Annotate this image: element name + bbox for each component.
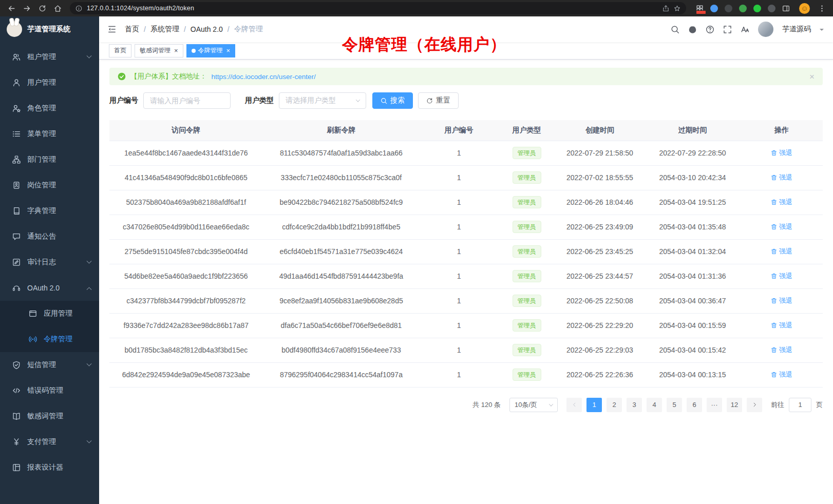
- extension-dark-icon[interactable]: [724, 4, 733, 13]
- sidebar-panel-icon[interactable]: [782, 4, 790, 13]
- more-pages-button[interactable]: ···: [707, 398, 722, 412]
- reset-button[interactable]: 重置: [418, 92, 459, 109]
- table-row: c342377bf8b344799dcbf7bf095287f29ce8ef2a…: [109, 288, 823, 313]
- force-logout-button[interactable]: 强退: [771, 370, 792, 379]
- browser-menu-icon[interactable]: [815, 1, 829, 15]
- force-logout-button[interactable]: 强退: [771, 148, 792, 158]
- force-logout-button[interactable]: 强退: [771, 198, 792, 207]
- alert-link[interactable]: https://doc.iocoder.cn/user-center/: [212, 73, 316, 81]
- tab-token[interactable]: 令牌管理×: [186, 44, 236, 57]
- app-logo[interactable]: 芋道管理系统: [0, 16, 99, 42]
- sidebar-item-role[interactable]: 角色管理: [0, 95, 99, 121]
- force-logout-button[interactable]: 强退: [771, 222, 792, 231]
- breadcrumb-item[interactable]: 首页: [125, 25, 139, 34]
- yen-icon: [12, 438, 21, 446]
- sidebar-item-oauth2[interactable]: OAuth 2.0: [0, 275, 99, 301]
- breadcrumb-item[interactable]: 系统管理: [150, 25, 179, 34]
- cell-access-token: 502375b8040a469a9b82188afdf6af1f: [109, 190, 263, 215]
- fullscreen-icon[interactable]: [723, 25, 732, 34]
- sidebar-item-oauth2-token[interactable]: 令牌管理: [0, 326, 99, 352]
- cell-access-token: 54d6be82ee5a460a9aedc1f9bf223656: [109, 264, 263, 288]
- sidebar-item-tenant[interactable]: 租户管理: [0, 44, 99, 70]
- prev-page-button[interactable]: [566, 398, 582, 412]
- help-icon[interactable]: [706, 25, 714, 34]
- window-icon: [29, 309, 37, 318]
- alert-close-icon[interactable]: ×: [809, 72, 815, 81]
- force-logout-button[interactable]: 强退: [771, 321, 792, 330]
- sidebar-item-post[interactable]: 岗位管理: [0, 172, 99, 198]
- page-button-12[interactable]: 12: [727, 398, 742, 412]
- tab-home[interactable]: 首页: [109, 44, 131, 57]
- user-type-select[interactable]: 请选择用户类型: [279, 92, 366, 109]
- page-size-select[interactable]: 10条/页: [509, 398, 558, 412]
- sidebar-item-oauth2-app[interactable]: 应用管理: [0, 301, 99, 326]
- tab-close-icon[interactable]: ×: [174, 47, 178, 54]
- page-goto-input[interactable]: [789, 398, 811, 412]
- sidebar-item-error-code[interactable]: 错误码管理: [0, 378, 99, 403]
- github-icon[interactable]: [688, 25, 697, 34]
- sidebar-item-dict[interactable]: 字典管理: [0, 198, 99, 224]
- sidebar-item-menu[interactable]: 菜单管理: [0, 121, 99, 147]
- delete-icon: [771, 175, 777, 181]
- sidebar-item-sms[interactable]: 短信管理: [0, 352, 99, 378]
- user-name[interactable]: 芋道源码: [782, 25, 811, 34]
- user-type-label: 用户类型: [245, 96, 274, 105]
- page-button-6[interactable]: 6: [687, 398, 702, 412]
- extension-green-icon[interactable]: [739, 4, 747, 13]
- sidebar-item-sensitive-word[interactable]: 敏感词管理: [0, 403, 99, 429]
- page-button-3[interactable]: 3: [627, 398, 642, 412]
- share-icon[interactable]: [662, 5, 669, 12]
- chevron-down-icon: [87, 438, 92, 443]
- browser-profile-avatar[interactable]: ☺: [799, 3, 810, 14]
- sidebar-toggle-icon[interactable]: [99, 16, 125, 42]
- next-page-button[interactable]: [747, 398, 762, 412]
- page-button-5[interactable]: 5: [667, 398, 682, 412]
- cell-created-time: 2022-06-25 22:50:08: [555, 288, 645, 313]
- address-bar[interactable]: 127.0.0.1:1024/system/oauth2/token: [70, 2, 686, 14]
- force-logout-button[interactable]: 强退: [771, 296, 792, 305]
- sidebar-item-report-designer[interactable]: 报表设计器: [0, 455, 99, 480]
- cell-access-token: c347026e805e4d99b0d116eae66eda8c: [109, 215, 263, 239]
- browser-home-icon[interactable]: [50, 1, 65, 15]
- force-logout-button[interactable]: 强退: [771, 247, 792, 256]
- page-button-2[interactable]: 2: [607, 398, 622, 412]
- sidebar-item-label: 用户管理: [27, 78, 91, 87]
- cell-user-id: 1: [420, 264, 498, 288]
- cell-created-time: 2022-06-25 22:29:03: [555, 338, 645, 362]
- page-button-4[interactable]: 4: [647, 398, 662, 412]
- sidebar-item-pay[interactable]: 支付管理: [0, 429, 99, 455]
- search-button[interactable]: 搜索: [372, 92, 413, 109]
- user-id-input[interactable]: [143, 92, 231, 109]
- search-icon[interactable]: [671, 25, 679, 34]
- bookmark-star-icon[interactable]: [674, 5, 680, 12]
- chevron-down-icon: [87, 361, 92, 366]
- extension-blue-icon[interactable]: [710, 4, 718, 13]
- cell-expire-time: 2054-03-04 01:31:36: [645, 264, 741, 288]
- force-logout-button[interactable]: 强退: [771, 173, 792, 182]
- user-avatar[interactable]: [758, 22, 773, 37]
- force-logout-button[interactable]: 强退: [771, 345, 792, 355]
- caret-down-icon[interactable]: [820, 29, 824, 33]
- browser-back-icon[interactable]: [4, 1, 18, 15]
- tab-sensitive-word[interactable]: 敏感词管理×: [135, 44, 183, 57]
- browser-forward-icon[interactable]: [20, 1, 34, 15]
- cell-created-time: 2022-06-25 23:44:57: [555, 264, 645, 288]
- cell-refresh-token: 8796295f04064c2983414cc54af1097a: [263, 362, 420, 387]
- breadcrumb-item[interactable]: OAuth 2.0: [191, 25, 223, 33]
- force-logout-button[interactable]: 强退: [771, 272, 792, 281]
- font-size-icon[interactable]: [741, 25, 749, 34]
- sidebar-item-audit-log[interactable]: 审计日志: [0, 249, 99, 275]
- sidebar-item-notice[interactable]: 通知公告: [0, 224, 99, 249]
- extension-grid-icon[interactable]: [695, 4, 704, 13]
- tab-close-icon[interactable]: ×: [226, 47, 231, 54]
- sidebar-item-label: 支付管理: [27, 437, 81, 447]
- sidebar-item-user[interactable]: 用户管理: [0, 70, 99, 95]
- sidebar-item-dept[interactable]: 部门管理: [0, 147, 99, 172]
- extension-mint-icon[interactable]: [753, 4, 762, 13]
- browser-reload-icon[interactable]: [35, 1, 49, 15]
- table-row: 41c41346a548490f9dc8b01c6bfe0865333ecfc7…: [109, 165, 823, 190]
- site-info-icon[interactable]: [75, 5, 82, 12]
- page-button-1[interactable]: 1: [586, 398, 602, 412]
- user-type-badge: 管理员: [513, 369, 541, 381]
- extension-slate-icon[interactable]: [767, 4, 776, 13]
